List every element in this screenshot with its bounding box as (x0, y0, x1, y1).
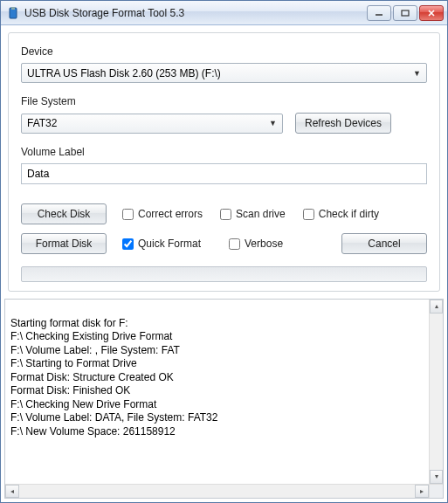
window-controls (367, 5, 444, 21)
verbose-checkbox[interactable]: Verbose (229, 238, 283, 250)
app-window: USB Disk Storage Format Tool 5.3 Device … (0, 0, 448, 503)
correct-errors-label: Correct errors (138, 208, 203, 220)
minimize-button[interactable] (367, 5, 391, 21)
titlebar: USB Disk Storage Format Tool 5.3 (1, 1, 447, 25)
correct-errors-checkbox[interactable]: Correct errors (122, 208, 203, 220)
scroll-left-icon[interactable]: ◂ (5, 485, 19, 498)
check-disk-button[interactable]: Check Disk (21, 203, 107, 224)
verbose-input[interactable] (229, 238, 240, 250)
main-panel: Device ULTRA US Flash Disk 2.60 (253 MB)… (8, 32, 440, 292)
check-if-dirty-checkbox[interactable]: Check if dirty (303, 208, 379, 220)
scan-drive-checkbox[interactable]: Scan drive (220, 208, 286, 220)
progress-bar (21, 266, 427, 282)
log-content[interactable]: Starting format disk for F: F:\ Checking… (5, 300, 443, 484)
maximize-button[interactable] (393, 5, 417, 21)
scroll-corner (429, 485, 443, 498)
scan-drive-input[interactable] (220, 209, 231, 220)
vertical-scrollbar[interactable]: ▴ ▾ (429, 300, 443, 484)
verbose-label: Verbose (245, 238, 283, 250)
horizontal-scrollbar[interactable]: ◂ ▸ (5, 484, 443, 498)
filesystem-label: File System (21, 95, 427, 107)
check-if-dirty-label: Check if dirty (319, 208, 379, 220)
quick-format-checkbox[interactable]: Quick Format (122, 238, 201, 250)
scroll-track[interactable] (430, 314, 443, 470)
scan-drive-label: Scan drive (236, 208, 286, 220)
scroll-track[interactable] (19, 485, 415, 498)
cancel-button[interactable]: Cancel (341, 233, 427, 254)
quick-format-label: Quick Format (138, 238, 201, 250)
correct-errors-input[interactable] (122, 209, 134, 220)
scroll-up-icon[interactable]: ▴ (430, 300, 443, 314)
log-text: Starting format disk for F: F:\ Checking… (10, 317, 438, 439)
refresh-devices-button[interactable]: Refresh Devices (295, 113, 391, 134)
device-selected: ULTRA US Flash Disk 2.60 (253 MB) (F:\) (27, 67, 221, 79)
device-label: Device (21, 45, 427, 58)
close-button[interactable] (419, 5, 444, 21)
scroll-right-icon[interactable]: ▸ (415, 485, 429, 498)
window-title: USB Disk Storage Format Tool 5.3 (24, 7, 367, 19)
svg-rect-3 (402, 10, 409, 16)
chevron-down-icon: ▼ (269, 119, 277, 127)
format-disk-button[interactable]: Format Disk (21, 233, 107, 254)
volume-label-label: Volume Label (21, 146, 427, 158)
app-icon (6, 6, 20, 20)
volume-label-input[interactable] (21, 163, 427, 184)
svg-rect-1 (11, 7, 15, 10)
log-area: Starting format disk for F: F:\ Checking… (4, 299, 444, 499)
filesystem-selected: FAT32 (27, 117, 57, 129)
chevron-down-icon: ▼ (413, 69, 421, 78)
filesystem-dropdown[interactable]: FAT32 ▼ (21, 114, 283, 134)
quick-format-input[interactable] (122, 238, 134, 250)
check-if-dirty-input[interactable] (303, 209, 314, 220)
device-dropdown[interactable]: ULTRA US Flash Disk 2.60 (253 MB) (F:\) … (21, 63, 427, 83)
scroll-down-icon[interactable]: ▾ (430, 470, 443, 484)
